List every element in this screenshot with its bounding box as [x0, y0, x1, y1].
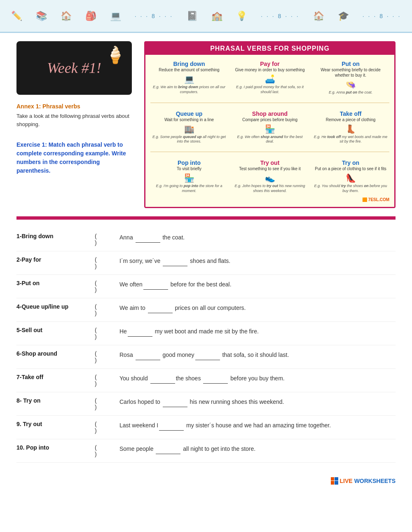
ice-cream-icon: 🍦	[105, 45, 126, 65]
blank-6b[interactable]	[195, 350, 220, 360]
verb-icon-queue-up: 🏬	[152, 124, 226, 134]
phrasal-item-bring-down: Bring down Reduce the amount of somethin…	[150, 59, 228, 97]
logo-live: LIVE	[340, 478, 353, 484]
verb-def-try-out: Test something to see if you like it	[233, 166, 307, 171]
phrasal-item-queue-up: Queue up Wait for something in a line 🏬 …	[150, 109, 228, 146]
blank-9[interactable]	[159, 421, 184, 430]
header-divider-3: · · · 8 · · ·	[363, 13, 401, 19]
exercise-parens-6: ( )	[95, 350, 115, 363]
verb-example-bring-down: E.g. We aim to bring down prices on all …	[152, 85, 226, 94]
exercise-row-9: 9. Try out ( ) Last weekend I my sister´…	[16, 416, 396, 439]
exercise-verb-5: 5-Sell out	[16, 327, 91, 333]
exercise-verb-9: 9. Try out	[16, 421, 91, 427]
verb-icon-try-on: 👠	[314, 173, 388, 183]
verb-icon-try-out: 👟	[233, 173, 307, 183]
doodle-4: 🎒	[85, 11, 96, 21]
exercise-sentence-8: Carlos hoped to his new running shoes th…	[119, 397, 396, 407]
blank-1[interactable]	[136, 233, 160, 242]
exercise-verb-2: 2-Pay for	[16, 256, 91, 263]
verb-example-take-off: E.g. He took off my wet boots and made m…	[314, 135, 388, 144]
verb-def-pop-into: To visit briefly	[152, 166, 226, 171]
blank-2[interactable]	[163, 256, 187, 266]
tesl-badge: 🟧 7ESL.COM	[150, 197, 389, 202]
exercise-row-10: 10. Pop into ( ) Some people all night t…	[16, 439, 396, 463]
blank-10[interactable]	[156, 444, 180, 454]
annex-description: Take a look at the following phrasal ver…	[16, 112, 132, 128]
exercise-row-5: 5-Sell out ( ) He my wet boot and made m…	[16, 322, 396, 345]
exercise-row-8: 8- Try on ( ) Carlos hoped to his new ru…	[16, 392, 396, 416]
verb-icon-shop-around: 🏪	[233, 124, 307, 134]
logo-boxes	[331, 477, 338, 485]
logo-box-3	[331, 481, 335, 485]
verb-example-pay-for: E.g. I paid good money for that sofa, so…	[233, 85, 307, 94]
exercise-parens-1: ( )	[95, 233, 115, 246]
phrasal-item-pop-into: Pop into To visit briefly 🏪 E.g. I'm goi…	[150, 158, 228, 195]
blank-3[interactable]	[143, 280, 168, 289]
phrasal-divider-2	[150, 152, 389, 152]
verb-example-pop-into: E.g. I'm going to pop into the store for…	[152, 184, 226, 193]
verb-def-bring-down: Reduce the amount of something	[152, 67, 226, 73]
verb-name-bring-down: Bring down	[152, 61, 226, 67]
blank-6a[interactable]	[136, 350, 160, 360]
verb-example-try-out: E.g. John hopes to try out his new runni…	[233, 184, 307, 193]
right-column: PHRASAL VERBS FOR SHOPPING Bring down Re…	[144, 41, 396, 208]
exercise-sentence-4: We aim to prices on all our computers.	[119, 303, 396, 313]
verb-example-put-on: E.g. Anna put on the coat.	[314, 90, 388, 95]
exercise-verb-8: 8- Try on	[16, 397, 91, 404]
exercise-sentence-7: You should the shoes before you buy them…	[119, 374, 396, 383]
verb-name-put-on: Put on	[314, 61, 388, 67]
exercise-verb-1: 1-Bring down	[16, 233, 91, 239]
verb-def-queue-up: Wait for something in a line	[152, 117, 226, 122]
phrasal-divider	[150, 103, 389, 103]
verb-icon-put-on: 👒	[314, 80, 388, 89]
exercise-row-6: 6-Shop around ( ) Rosa good money that s…	[16, 345, 396, 369]
exercise-row-4: 4-Queue up/line up ( ) We aim to prices …	[16, 298, 396, 322]
blank-5[interactable]	[128, 327, 152, 336]
verb-icon-pop-into: 🏪	[152, 173, 226, 183]
verb-name-pop-into: Pop into	[152, 159, 226, 166]
verb-def-take-off: Remove a piece of clothing	[314, 117, 388, 122]
week-title: Week #1!	[47, 59, 101, 77]
exercise-sentence-3: We often before for the best deal.	[119, 280, 396, 289]
exercise-parens-4: ( )	[95, 303, 115, 316]
verb-example-shop-around: E.g. We often shop around for the best d…	[233, 135, 307, 144]
exercise-parens-9: ( )	[95, 421, 115, 434]
logo-worksheets: WORKSHEETS	[354, 478, 396, 484]
annex-title: Annex 1: Phrasal verbs	[16, 103, 132, 110]
verb-icon-take-off: 👢	[314, 124, 388, 134]
exercise-row-1: 1-Bring down ( ) Anna the coat.	[16, 228, 396, 251]
exercise-parens-10: ( )	[95, 444, 115, 457]
week-card: Week #1! 🍦	[16, 41, 132, 95]
exercise-row-2: 2-Pay for ( ) I´m sorry, we´ve shoes and…	[16, 251, 396, 275]
phrasal-item-shop-around: Shop around Compare prices before buying…	[231, 109, 309, 146]
blank-8[interactable]	[163, 397, 187, 407]
phrasal-item-try-on: Try on Put on a piece of clothing to see…	[312, 158, 389, 195]
verb-def-shop-around: Compare prices before buying	[233, 117, 307, 122]
exercise-parens-2: ( )	[95, 256, 115, 270]
phrasal-card-title: PHRASAL VERBS FOR SHOPPING	[145, 42, 394, 55]
exercise-section: 1-Bring down ( ) Anna the coat. 2-Pay fo…	[0, 220, 412, 471]
doodle-10: 🎓	[338, 11, 349, 21]
exercise-parens-8: ( )	[95, 397, 115, 410]
header-divider: · · · 8 · · ·	[135, 13, 173, 19]
verb-def-try-on: Put on a piece of clothing to see if it …	[314, 166, 388, 171]
verb-example-try-on: E.g. You should try the shoes on before …	[314, 184, 388, 193]
liveworksheets-logo: LIVEWORKSHEETS	[331, 477, 396, 485]
exercise-sentence-9: Last weekend I my sister´s house and we …	[119, 421, 396, 430]
doodle-5: 💻	[110, 11, 121, 21]
exercise-sentence-6: Rosa good money that sofa, so it should …	[119, 350, 396, 360]
exercise-verb-3: 3-Put on	[16, 280, 91, 286]
accent-bar	[16, 216, 396, 220]
exercise-parens-5: ( )	[95, 327, 115, 340]
exercise-instructions: Exercise 1: Match each phrasal verb to c…	[16, 141, 132, 175]
blank-4[interactable]	[148, 303, 173, 313]
verb-icon-pay-for: 🛋️	[233, 74, 307, 84]
exercise-sentence-10: Some people all night to get into the st…	[119, 444, 396, 454]
blank-7b[interactable]	[203, 374, 228, 383]
exercise-row-7: 7-Take off ( ) You should the shoes befo…	[16, 369, 396, 392]
blank-7a[interactable]	[150, 374, 175, 383]
verb-name-try-on: Try on	[314, 159, 388, 166]
exercise-verb-10: 10. Pop into	[16, 444, 91, 451]
verb-name-pay-for: Pay for	[233, 61, 307, 67]
exercise-verb-7: 7-Take off	[16, 374, 91, 380]
